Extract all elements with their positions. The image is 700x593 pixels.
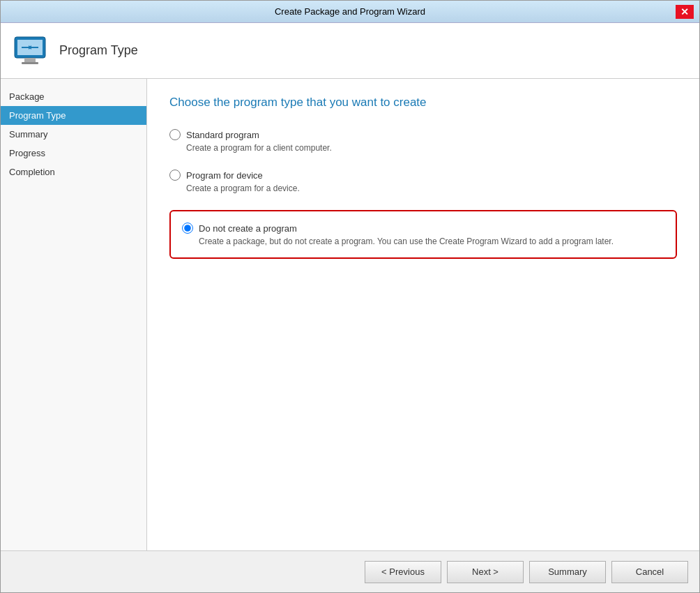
header-title: Program Type bbox=[59, 43, 138, 58]
svg-rect-3 bbox=[22, 62, 38, 64]
wizard-header: Program Type bbox=[1, 23, 699, 79]
sidebar: PackageProgram TypeSummaryProgressComple… bbox=[1, 79, 147, 550]
monitor-icon bbox=[12, 33, 48, 69]
option-device-label[interactable]: Program for device bbox=[169, 170, 677, 181]
option-no-program-radio[interactable] bbox=[182, 223, 193, 234]
main-content: Choose the program type that you want to… bbox=[147, 79, 699, 550]
option-standard-radio[interactable] bbox=[169, 129, 181, 140]
sidebar-item-summary[interactable]: Summary bbox=[1, 125, 146, 144]
option-no-program-box: Do not create a programCreate a package,… bbox=[169, 210, 677, 259]
option-standard-text: Standard program bbox=[186, 130, 259, 140]
summary-button[interactable]: Summary bbox=[529, 561, 606, 583]
option-standard-label[interactable]: Standard program bbox=[169, 129, 677, 140]
close-button[interactable]: ✕ bbox=[676, 5, 694, 19]
main-title: Choose the program type that you want to… bbox=[169, 96, 677, 110]
option-standard-group: Standard programCreate a program for a c… bbox=[169, 129, 677, 153]
title-bar: Create Package and Program Wizard ✕ bbox=[1, 1, 699, 23]
svg-rect-2 bbox=[24, 58, 36, 62]
option-device-radio[interactable] bbox=[169, 170, 181, 181]
wizard-body: PackageProgram TypeSummaryProgressComple… bbox=[1, 79, 699, 550]
option-device-desc: Create a program for a device. bbox=[186, 183, 677, 193]
next-button[interactable]: Next > bbox=[447, 561, 524, 583]
sidebar-item-program-type[interactable]: Program Type bbox=[1, 106, 146, 125]
option-standard-desc: Create a program for a client computer. bbox=[186, 143, 677, 153]
option-device-text: Program for device bbox=[186, 170, 263, 181]
sidebar-item-progress[interactable]: Progress bbox=[1, 144, 146, 163]
option-no-program-label[interactable]: Do not create a program bbox=[182, 223, 664, 234]
option-no-program-desc: Create a package, but do not create a pr… bbox=[199, 237, 664, 246]
options-container: Standard programCreate a program for a c… bbox=[169, 129, 677, 259]
option-device-group: Program for deviceCreate a program for a… bbox=[169, 170, 677, 193]
window-title: Create Package and Program Wizard bbox=[24, 6, 676, 17]
previous-button[interactable]: < Previous bbox=[365, 561, 441, 583]
cancel-button[interactable]: Cancel bbox=[611, 561, 688, 583]
wizard-window: Create Package and Program Wizard ✕ Prog… bbox=[0, 0, 700, 593]
sidebar-item-completion[interactable]: Completion bbox=[1, 163, 146, 181]
wizard-footer: < Previous Next > Summary Cancel bbox=[1, 550, 699, 592]
sidebar-item-package[interactable]: Package bbox=[1, 87, 146, 106]
option-no-program-text: Do not create a program bbox=[199, 223, 297, 234]
